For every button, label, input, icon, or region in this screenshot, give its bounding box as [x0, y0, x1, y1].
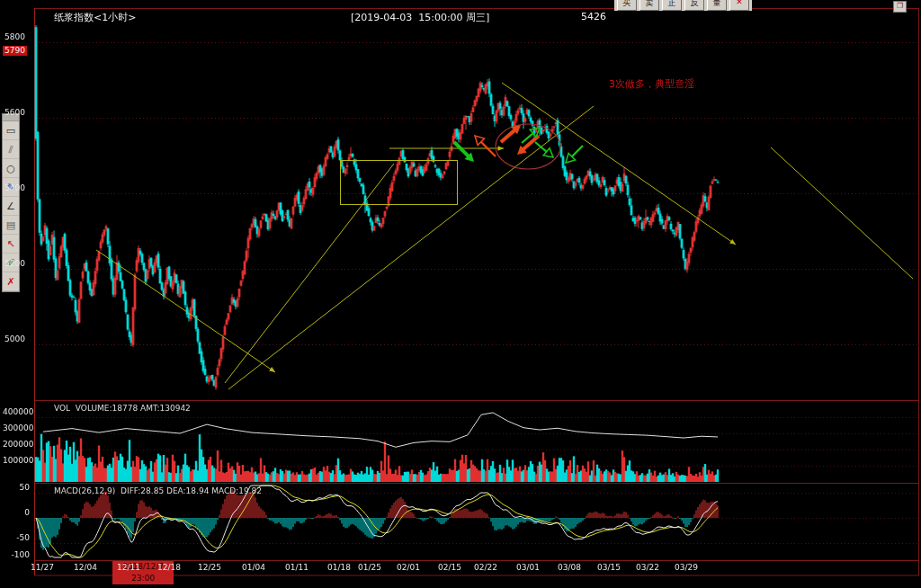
- trade-button-0[interactable]: 买: [617, 0, 637, 11]
- time-axis-label: 12/04: [74, 563, 97, 572]
- price-axis-marker: 5790: [3, 46, 27, 56]
- price-axis-label: 5800: [4, 32, 25, 41]
- macd-axis-label: -50: [0, 533, 30, 542]
- price-axis-label: 5200: [4, 259, 25, 268]
- trade-button-4[interactable]: 量: [707, 0, 727, 11]
- volume-axis-label: 400000: [3, 407, 33, 416]
- delete-tool[interactable]: ✗: [3, 272, 19, 291]
- fill-tool[interactable]: ▤: [3, 216, 19, 235]
- time-axis-label: 03/01: [516, 563, 540, 572]
- macd-axis-label: 0: [0, 508, 30, 517]
- trade-button-strip: 买卖止反量✕: [614, 0, 752, 11]
- price-axis-label: 5600: [4, 108, 25, 117]
- volume-axis-label: 300000: [3, 423, 33, 432]
- trading-app-window: 买卖止反量✕ ❐ 纸浆指数<1小时> [2019-04-03 15:00:00 …: [0, 0, 921, 588]
- price-axis-label: 5400: [4, 183, 25, 192]
- time-axis-label: 01/25: [358, 563, 381, 572]
- time-axis-label: 01/18: [327, 563, 351, 572]
- restore-window-icon[interactable]: ❐: [893, 1, 907, 13]
- time-axis-label: 12/18: [157, 563, 181, 572]
- macd-axis-label: 50: [0, 483, 30, 492]
- time-axis-label: 03/15: [597, 563, 621, 572]
- trade-button-5[interactable]: ✕: [729, 0, 749, 11]
- trade-button-2[interactable]: 止: [662, 0, 682, 11]
- chart-title: 纸浆指数<1小时>: [54, 11, 136, 24]
- time-axis-label: 02/22: [474, 563, 497, 572]
- trade-button-1[interactable]: 卖: [639, 0, 659, 11]
- time-axis-label: 02/01: [397, 563, 420, 572]
- annotation-note: 3次做多，典型意淫: [609, 77, 694, 91]
- rectangle-tool[interactable]: ▭: [3, 121, 19, 140]
- time-axis-label: 03/08: [558, 563, 581, 572]
- time-axis-label: 11/27: [31, 563, 54, 572]
- time-axis-label: 02/15: [438, 563, 461, 572]
- time-axis-label: 01/04: [242, 563, 265, 572]
- time-axis-label: 03/29: [675, 563, 698, 572]
- ellipse-tool[interactable]: ○: [3, 159, 19, 178]
- volume-axis-label: 100000: [3, 456, 33, 465]
- volume-panel-title: VOL VOLUME:18778 AMT:130942: [54, 404, 191, 413]
- time-axis-label: 03/22: [636, 563, 659, 572]
- trade-button-3[interactable]: 反: [684, 0, 704, 11]
- macd-panel-title: MACD(26,12,9) DIFF:28.85 DEA:18.94 MACD:…: [54, 486, 262, 495]
- chart-last-price: 5426: [581, 11, 606, 22]
- parallel-lines-tool[interactable]: ⫽: [3, 140, 19, 159]
- time-axis-label: 12/11: [117, 563, 140, 572]
- volume-axis-label: 200000: [3, 440, 33, 449]
- time-axis-label: 12/25: [198, 563, 221, 572]
- angle-tool[interactable]: ∠: [3, 197, 19, 216]
- price-axis-label: 5000: [4, 334, 25, 343]
- chart-timestamp: [2019-04-03 15:00:00 周三]: [351, 11, 489, 24]
- time-axis-label: 01/11: [285, 563, 308, 572]
- red-arrow-tool[interactable]: ↖: [3, 235, 19, 254]
- macd-axis-label: -100: [0, 550, 30, 559]
- price-chart-canvas[interactable]: [0, 0, 921, 588]
